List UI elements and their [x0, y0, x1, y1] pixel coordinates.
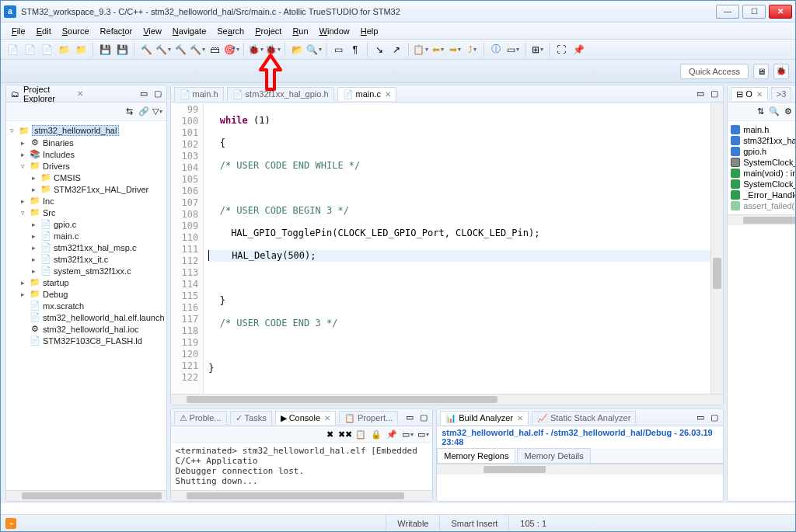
menu-refactor[interactable]: Refactor: [96, 25, 138, 37]
console-min-icon[interactable]: ▭: [404, 412, 415, 423]
close-button[interactable]: ✕: [769, 5, 792, 19]
console-hscroll[interactable]: [171, 490, 433, 501]
minimize-button[interactable]: —: [716, 5, 739, 19]
tab-mainh[interactable]: 📄main.h: [174, 87, 224, 101]
menu-file[interactable]: File: [7, 25, 30, 37]
tree-launch[interactable]: stm32_helloworld_hal.elf.launch: [43, 313, 165, 322]
manage-configs-button[interactable]: 🗃: [208, 43, 222, 57]
console-open-icon[interactable]: ▭: [416, 427, 430, 441]
outline-sort-icon[interactable]: ⇅: [755, 106, 766, 117]
outline-err[interactable]: _Error_Handler(char*, in: [743, 190, 795, 200]
collapse-all-icon[interactable]: ⇆: [124, 106, 135, 117]
tab-memory-regions[interactable]: Memory Regions: [437, 448, 515, 463]
tree-cmsis[interactable]: CMSIS: [54, 173, 81, 183]
tree-it[interactable]: stm32f1xx_it.c: [54, 255, 108, 264]
code-editor[interactable]: 9910010110210310410510610710810911011111…: [171, 103, 724, 394]
tab-outline[interactable]: ⊟ O✕: [731, 87, 768, 101]
tree-scratch[interactable]: mx.scratch: [43, 301, 84, 311]
build-all-button[interactable]: 🔨: [156, 43, 170, 57]
save-all-button[interactable]: 💾: [115, 43, 129, 57]
tree-drivers[interactable]: Drivers: [43, 162, 70, 171]
tree-msp[interactable]: stm32f1xx_hal_msp.c: [54, 243, 136, 252]
outline-hscroll[interactable]: [728, 214, 795, 225]
console-removeall-icon[interactable]: ✖✖: [338, 427, 352, 441]
outline-mainh[interactable]: main.h: [743, 125, 769, 134]
save-button[interactable]: 💾: [98, 43, 112, 57]
perspective-cpp-icon[interactable]: 🖥: [753, 64, 769, 79]
debug-button[interactable]: 🐞: [249, 43, 263, 57]
open-type-button[interactable]: 📂: [290, 43, 304, 57]
build-project-button[interactable]: 🔨: [173, 43, 187, 57]
new-class-button[interactable]: 📄: [40, 43, 54, 57]
tab-gpioh[interactable]: 📄stm32f1xx_hal_gpio.h: [227, 87, 334, 101]
console-scroll-icon[interactable]: 🔒: [369, 427, 383, 441]
maximize-view-icon[interactable]: ▢: [152, 89, 163, 99]
editor-min-icon[interactable]: ▭: [695, 89, 706, 99]
outline-gpioh[interactable]: gpio.h: [743, 147, 766, 156]
new-cpp-button[interactable]: 📄: [23, 43, 37, 57]
console-clear-icon[interactable]: 📋: [354, 427, 368, 441]
tab-stack-analyzer[interactable]: 📈 Static Stack Analyzer: [532, 411, 636, 425]
forward-button[interactable]: ➡: [448, 43, 462, 57]
menu-help[interactable]: Help: [356, 25, 383, 37]
menu-search[interactable]: Search: [212, 25, 249, 37]
toggle-block-button[interactable]: ▭: [331, 43, 345, 57]
project-hscroll[interactable]: [6, 490, 166, 501]
outline-af[interactable]: assert_failed(uint8_t*, ui: [743, 201, 795, 210]
build-link[interactable]: stm32_helloworld_hal.elf - /stm32_hellow…: [437, 426, 723, 448]
outline-hide-icon[interactable]: ⚙: [783, 106, 794, 117]
menu-navigate[interactable]: Navigate: [168, 25, 211, 37]
console-remove-icon[interactable]: ✖: [323, 427, 337, 441]
tree-startup[interactable]: startup: [43, 278, 69, 287]
tree-binaries[interactable]: Binaries: [43, 138, 74, 148]
prev-annotation-button[interactable]: ↗: [389, 43, 403, 57]
outline-scc2[interactable]: SystemClock_Config(vo: [743, 179, 795, 189]
tab-mainc[interactable]: 📄main.c✕: [337, 87, 396, 101]
new-folder-button[interactable]: 📁: [57, 43, 71, 57]
editor-hscroll[interactable]: [171, 394, 724, 405]
code-area[interactable]: while (1) { /* USER CODE END WHILE */ /*…: [204, 103, 723, 394]
perspective-debug-icon[interactable]: 🐞: [773, 64, 789, 79]
pin-button[interactable]: 📌: [571, 43, 585, 57]
tree-ld[interactable]: STM32F103C8_FLASH.ld: [43, 336, 142, 346]
project-tree[interactable]: ▿📁stm32_helloworld_hal ▸⚙Binaries ▸📚Incl…: [6, 121, 166, 490]
info-button[interactable]: ⓘ: [489, 43, 503, 57]
project-explorer-close-icon[interactable]: ✕: [77, 89, 83, 98]
view-button[interactable]: ▭: [506, 43, 520, 57]
tree-gpio[interactable]: gpio.c: [54, 220, 76, 229]
menu-project[interactable]: Project: [250, 25, 286, 37]
view-menu-icon[interactable]: ▽: [152, 106, 163, 117]
outline-main[interactable]: main(void) : int: [743, 169, 795, 178]
fullscreen-button[interactable]: ⛶: [554, 43, 568, 57]
tree-sys[interactable]: system_stm32f1xx.c: [54, 266, 131, 276]
editor-vscroll[interactable]: [710, 103, 723, 394]
tree-debug[interactable]: Debug: [43, 290, 68, 299]
tree-includes[interactable]: Includes: [43, 150, 75, 159]
run-button[interactable]: 🐞: [266, 43, 280, 57]
new-project-button[interactable]: 📁: [74, 43, 88, 57]
tab-build-analyzer[interactable]: 📊 Build Analyzer✕: [440, 411, 529, 425]
tree-src[interactable]: Src: [43, 208, 56, 217]
tab-memory-details[interactable]: Memory Details: [517, 448, 590, 463]
console-display-icon[interactable]: ▭: [400, 427, 414, 441]
link-editor-icon[interactable]: 🔗: [138, 106, 149, 117]
outline-list[interactable]: main.h stm32f1xx_hal.h gpio.h SystemCloc…: [728, 121, 795, 214]
new-button[interactable]: 📄: [5, 43, 19, 57]
nav-button[interactable]: ⤴: [465, 43, 479, 57]
back-button[interactable]: ⬅: [431, 43, 445, 57]
build-config-button[interactable]: 🔨: [190, 43, 204, 57]
maximize-button[interactable]: ☐: [742, 5, 766, 19]
tree-hal-driver[interactable]: STM32F1xx_HAL_Driver: [54, 185, 148, 194]
console-max-icon[interactable]: ▢: [418, 412, 429, 423]
last-edit-button[interactable]: 📋: [414, 43, 428, 57]
next-annotation-button[interactable]: ↘: [372, 43, 386, 57]
tree-ioc[interactable]: stm32_helloworld_hal.ioc: [43, 325, 139, 334]
build-hscroll[interactable]: [437, 464, 723, 475]
target-button[interactable]: 🎯: [225, 43, 239, 57]
build-button[interactable]: 🔨: [139, 43, 153, 57]
tree-inc[interactable]: Inc: [43, 196, 54, 206]
tab-tasks[interactable]: ✓ Tasks: [230, 411, 272, 425]
outline-halh[interactable]: stm32f1xx_hal.h: [743, 136, 795, 145]
outline-filter-icon[interactable]: 🔍: [769, 106, 780, 117]
tab-console[interactable]: ▶ Console✕: [275, 411, 336, 425]
